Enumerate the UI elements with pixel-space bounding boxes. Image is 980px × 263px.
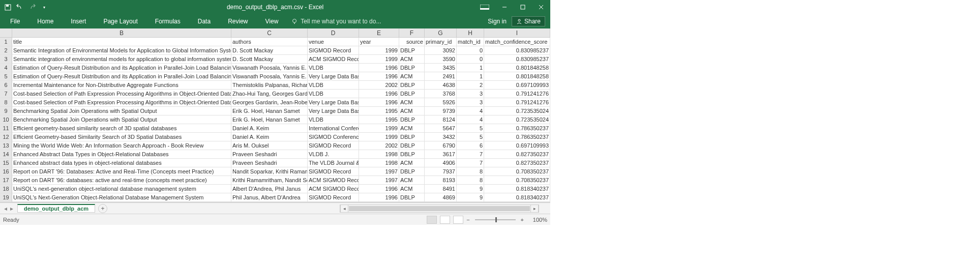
cell[interactable]: ACM [399, 72, 425, 81]
col-header-D[interactable]: D [308, 28, 359, 37]
cell[interactable]: 3768 [425, 90, 457, 98]
cell[interactable]: ACM [399, 98, 425, 107]
cell[interactable]: 7 [457, 150, 484, 159]
cell[interactable]: 3590 [425, 55, 457, 64]
zoom-slider[interactable] [475, 219, 516, 220]
cell[interactable]: 9739 [425, 107, 457, 115]
cell[interactable]: UniSQL's Next-Generation Object-Relation… [12, 193, 231, 202]
cell[interactable]: 5 [457, 133, 484, 141]
hscroll-left-icon[interactable]: ◂ [340, 205, 348, 212]
tab-insert[interactable]: Insert [67, 16, 90, 27]
tab-review[interactable]: Review [224, 16, 252, 27]
row-header[interactable]: 10 [0, 115, 12, 124]
cell[interactable]: VLDB J. [308, 150, 359, 159]
tab-nav-next-icon[interactable]: ▸ [10, 205, 13, 212]
cell[interactable]: 7937 [425, 167, 457, 176]
cell[interactable]: Praveen Seshadri [231, 159, 308, 167]
cell[interactable]: 4 [457, 115, 484, 124]
cell[interactable]: 2002 [359, 141, 399, 150]
cell[interactable]: 0.786350237 [484, 124, 550, 133]
qat-dropdown-icon[interactable]: ▾ [41, 4, 48, 11]
redo-icon[interactable] [28, 4, 36, 11]
cell[interactable]: 2 [457, 81, 484, 90]
cell[interactable]: 0.830985237 [484, 55, 550, 64]
cell[interactable]: 1 [457, 72, 484, 81]
cell[interactable]: 1999 [359, 133, 399, 141]
cell[interactable]: 1996 [359, 185, 399, 193]
cell[interactable]: Very Large Data Bases [308, 107, 359, 115]
row-header[interactable]: 3 [0, 55, 12, 64]
cell[interactable]: Estimation of Query-Result Distribution … [12, 64, 231, 72]
cell[interactable]: 1996 [359, 90, 399, 98]
cell[interactable]: 7 [457, 159, 484, 167]
row-header[interactable]: 8 [0, 98, 12, 107]
cell[interactable]: 2491 [425, 72, 457, 81]
cell[interactable]: DBLP [399, 150, 425, 159]
cell[interactable]: 0.786350237 [484, 133, 550, 141]
cell[interactable]: SIGMOD Record [308, 193, 359, 202]
zoom-out-button[interactable]: − [466, 217, 469, 223]
cell[interactable]: DBLP [399, 64, 425, 72]
cell[interactable]: SIGMOD Record [308, 141, 359, 150]
cell[interactable]: International Conference [308, 124, 359, 133]
cell[interactable]: 1998 [359, 159, 399, 167]
cell[interactable]: ACM SIGMOD Record [308, 185, 359, 193]
cell[interactable]: 0.708350237 [484, 167, 550, 176]
save-icon[interactable] [4, 4, 11, 11]
col-header-E[interactable]: E [359, 28, 399, 37]
cell[interactable]: VLDB [308, 81, 359, 90]
cell[interactable]: Cost-based Selection of Path Expression … [12, 90, 231, 98]
cell[interactable]: 1 [457, 64, 484, 72]
cell[interactable]: Report on DART '96: Databases: Active an… [12, 167, 231, 176]
row-header[interactable]: 13 [0, 141, 12, 150]
zoom-in-button[interactable]: + [521, 217, 524, 223]
cell[interactable]: 1996 [359, 72, 399, 81]
cell[interactable]: 0.818340237 [484, 185, 550, 193]
cell[interactable]: Krithi Ramamritham, Nandit Soparkar [231, 176, 308, 185]
cell[interactable]: 9 [457, 193, 484, 202]
cell[interactable]: 0.723535024 [484, 115, 550, 124]
row-header[interactable]: 1 [0, 38, 12, 46]
cell[interactable]: 1997 [359, 167, 399, 176]
cell[interactable]: VLDB [308, 90, 359, 98]
minimize-icon[interactable] [501, 4, 508, 10]
cell[interactable]: ACM [399, 185, 425, 193]
view-page-layout-icon[interactable] [440, 216, 450, 224]
cell[interactable]: 1995 [359, 115, 399, 124]
cell[interactable]: Very Large Data Bases [308, 98, 359, 107]
cell[interactable]: 8193 [425, 176, 457, 185]
cell[interactable]: 1996 [359, 98, 399, 107]
hscroll-right-icon[interactable]: ▸ [530, 205, 539, 212]
cell[interactable]: Incremental Maintenance for Non-Distribu… [12, 81, 231, 90]
row-header[interactable]: 16 [0, 167, 12, 176]
cell[interactable]: SIGMOD Record [308, 46, 359, 55]
row-header[interactable]: 11 [0, 124, 12, 133]
cell[interactable]: Phil Janus, Albert D'Andrea [231, 193, 308, 202]
cell[interactable]: Report on DART '96: databases: active an… [12, 176, 231, 185]
cell[interactable]: Daniel A. Keim [231, 133, 308, 141]
header-cell[interactable]: venue [308, 38, 359, 46]
cell[interactable]: Aris M. Ouksel [231, 141, 308, 150]
cell[interactable]: Semantic integration of environmental mo… [12, 55, 231, 64]
cell[interactable]: Themistoklis Palpanas, Richard Sidle [231, 81, 308, 90]
cell[interactable]: Albert D'Andrea, Phil Janus [231, 185, 308, 193]
cell[interactable]: SIGMOD Record [308, 167, 359, 176]
header-cell[interactable]: match_id [457, 38, 484, 46]
col-header-I[interactable]: I [484, 28, 550, 37]
cell[interactable]: D. Scott Mackay [231, 46, 308, 55]
cell[interactable]: 2002 [359, 81, 399, 90]
cell[interactable]: 6790 [425, 141, 457, 150]
cell[interactable]: 0.801848258 [484, 72, 550, 81]
cell[interactable]: The VLDB Journal & [308, 159, 359, 167]
cell[interactable]: 1998 [359, 150, 399, 159]
cell[interactable]: 0.830985237 [484, 46, 550, 55]
cell[interactable]: 1999 [359, 55, 399, 64]
row-header[interactable]: 7 [0, 90, 12, 98]
header-cell[interactable]: year [359, 38, 399, 46]
header-cell[interactable]: authors [231, 38, 308, 46]
ribbon-options-icon[interactable] [480, 5, 489, 10]
cell[interactable]: UniSQL's next-generation object-relation… [12, 185, 231, 193]
cell[interactable]: 3 [457, 98, 484, 107]
header-cell[interactable]: primary_id [425, 38, 457, 46]
cell[interactable]: DBLP [399, 90, 425, 98]
